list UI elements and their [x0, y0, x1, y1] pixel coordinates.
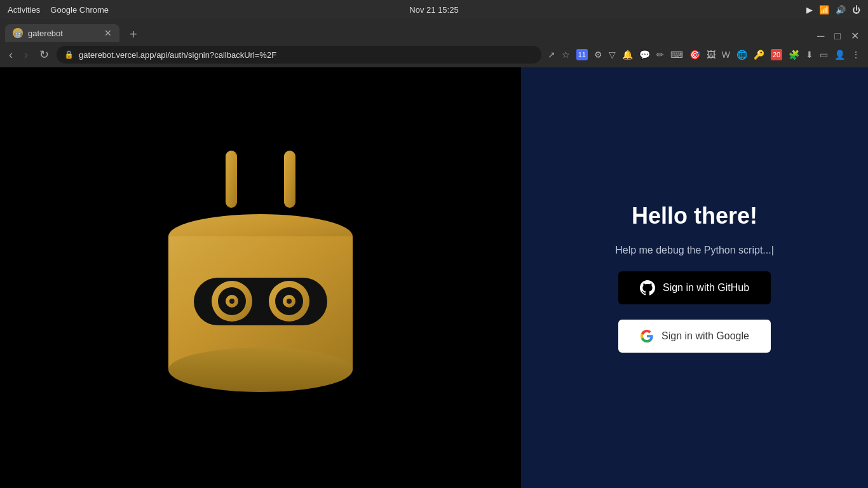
profile-icon[interactable]: 👤 — [832, 48, 848, 61]
os-bar: Activities Google Chrome Nov 21 15:25 ▶ … — [0, 0, 868, 19]
extension-icon-3[interactable]: ▽ — [606, 48, 618, 61]
robot-illustration — [127, 132, 394, 424]
github-icon — [640, 280, 655, 295]
os-bar-right: ▶ 📶 🔊 ⏻ — [806, 5, 860, 15]
page-subtitle: Help me debug the Python script...| — [615, 245, 774, 256]
sidebar-icon[interactable]: ▭ — [817, 48, 831, 61]
power-icon: ⏻ — [852, 5, 860, 15]
tab-close-button[interactable]: ✕ — [104, 28, 112, 38]
reload-button[interactable]: ↻ — [36, 48, 53, 62]
activities-label[interactable]: Activities — [8, 5, 40, 15]
minimize-button[interactable]: ─ — [813, 30, 828, 42]
svg-rect-1 — [284, 151, 295, 208]
extension-icon-5[interactable]: 💬 — [637, 48, 653, 61]
app-label[interactable]: Google Chrome — [50, 5, 109, 15]
page-heading: Hello there! — [632, 203, 757, 229]
signin-google-button[interactable]: Sign in with Google — [618, 320, 771, 353]
extension-icon-8[interactable]: 🎯 — [687, 48, 703, 61]
address-input[interactable]: 🔒 gaterebot.vercel.app/api/auth/signin?c… — [57, 46, 541, 64]
extensions-icon[interactable]: 🧩 — [786, 48, 802, 61]
tab-favicon: 🤖 — [13, 28, 23, 38]
extension-icon-11[interactable]: 🌐 — [734, 48, 750, 61]
sound-icon: 🔊 — [836, 5, 846, 15]
page-content: Hello there! Help me debug the Python sc… — [0, 67, 868, 488]
menu-icon[interactable]: ⋮ — [849, 48, 863, 61]
address-bar: ‹ › ↻ 🔒 gaterebot.vercel.app/api/auth/si… — [0, 42, 868, 67]
google-icon — [640, 329, 654, 343]
signin-google-label: Sign in with Google — [661, 330, 749, 342]
extension-icon-10[interactable]: W — [719, 48, 733, 61]
new-tab-button[interactable]: + — [125, 27, 142, 42]
extension-icon-9[interactable]: 🖼 — [704, 48, 718, 61]
svg-rect-0 — [226, 151, 237, 208]
left-panel — [0, 67, 521, 488]
extension-icon-2[interactable]: ⚙ — [592, 48, 605, 61]
download-icon[interactable]: ⬇ — [803, 48, 816, 61]
maximize-button[interactable]: □ — [831, 30, 844, 42]
signin-github-button[interactable]: Sign in with GitHub — [618, 271, 771, 304]
extension-icon-12[interactable]: 🔑 — [751, 48, 767, 61]
os-bar-datetime: Nov 21 15:25 — [409, 5, 458, 15]
tab-title: gaterebot — [28, 29, 63, 38]
toolbar-icons: ↗ ☆ 11 ⚙ ▽ 🔔 💬 ✏ ⌨ 🎯 🖼 W 🌐 🔑 20 🧩 ⬇ ▭ 👤 … — [545, 48, 863, 62]
close-button[interactable]: ✕ — [847, 30, 863, 42]
tab-bar: 🤖 gaterebot ✕ + ─ □ ✕ — [0, 19, 868, 42]
signin-github-label: Sign in with GitHub — [663, 282, 749, 294]
back-button[interactable]: ‹ — [5, 48, 17, 62]
window-controls: ─ □ ✕ — [813, 30, 863, 42]
bookmark-icon[interactable]: ☆ — [559, 48, 573, 61]
browser-tab[interactable]: 🤖 gaterebot ✕ — [5, 24, 119, 42]
extension-icon-13[interactable]: 20 — [768, 48, 785, 62]
media-icon: ▶ — [806, 5, 813, 15]
forward-button[interactable]: › — [20, 48, 32, 62]
url-text: gaterebot.vercel.app/api/auth/signin?cal… — [79, 50, 276, 60]
extension-icon-6[interactable]: ✏ — [654, 48, 667, 61]
svg-point-9 — [229, 299, 234, 304]
extension-icon-1[interactable]: 11 — [574, 48, 590, 62]
extension-icon-4[interactable]: 🔔 — [620, 48, 635, 61]
os-bar-left: Activities Google Chrome — [8, 5, 109, 15]
extension-icon-7[interactable]: ⌨ — [668, 48, 686, 61]
svg-point-4 — [168, 348, 353, 392]
lock-icon: 🔒 — [64, 50, 74, 59]
svg-point-13 — [287, 299, 292, 304]
right-panel: Hello there! Help me debug the Python sc… — [521, 67, 868, 488]
wifi-icon: 📶 — [819, 5, 829, 15]
share-icon[interactable]: ↗ — [545, 48, 558, 61]
